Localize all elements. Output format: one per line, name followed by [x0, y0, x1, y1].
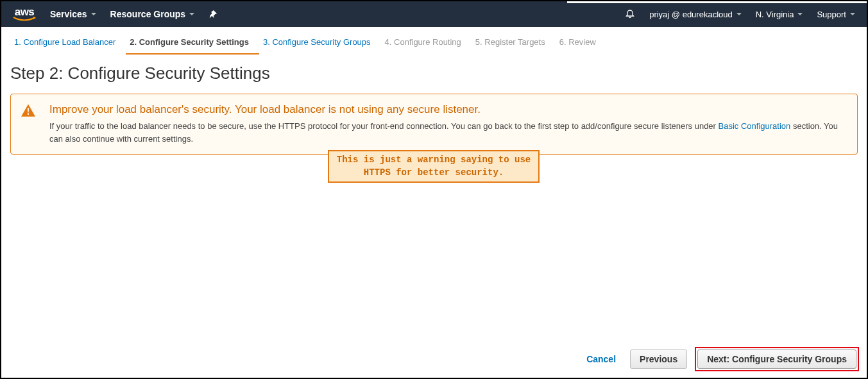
step-3[interactable]: 3. Configure Security Groups: [259, 33, 381, 55]
warning-triangle-icon: [21, 103, 35, 145]
cancel-button[interactable]: Cancel: [580, 350, 622, 368]
step-1[interactable]: 1. Configure Load Balancer: [10, 33, 126, 55]
step-2[interactable]: 2. Configure Security Settings: [126, 33, 259, 55]
caret-down-icon: [850, 13, 855, 15]
warning-text-before: If your traffic to the load balancer nee…: [49, 121, 719, 131]
account-label: priyaj @ edurekacloud: [649, 10, 733, 19]
caret-down-icon: [736, 13, 742, 15]
caret-down-icon: [189, 13, 194, 15]
warning-text: If your traffic to the load balancer nee…: [49, 120, 847, 145]
services-menu[interactable]: Services: [50, 9, 96, 19]
resource-groups-label: Resource Groups: [110, 9, 185, 19]
caret-down-icon: [797, 13, 803, 15]
next-button-highlight: Next: Configure Security Groups: [695, 347, 859, 371]
region-label: N. Virginia: [756, 10, 794, 19]
basic-configuration-link[interactable]: Basic Configuration: [719, 121, 791, 131]
step-5: 5. Register Targets: [472, 33, 556, 55]
wizard-steps: 1. Configure Load Balancer 2. Configure …: [1, 27, 867, 55]
account-menu[interactable]: priyaj @ edurekacloud: [649, 10, 742, 19]
caret-down-icon: [91, 13, 96, 15]
warning-title: Improve your load balancer's security. Y…: [49, 103, 847, 116]
step-4: 4. Configure Routing: [381, 33, 472, 55]
annotation-callout: This is just a warning saying to use HTT…: [328, 150, 540, 183]
previous-button[interactable]: Previous: [630, 350, 687, 369]
security-warning: Improve your load balancer's security. Y…: [10, 94, 858, 155]
step-6: 6. Review: [556, 33, 606, 55]
support-menu[interactable]: Support: [817, 10, 855, 19]
services-label: Services: [50, 9, 87, 19]
bell-icon[interactable]: [625, 9, 635, 19]
aws-logo[interactable]: aws: [13, 6, 36, 22]
region-menu[interactable]: N. Virginia: [756, 10, 803, 19]
page-title: Step 2: Configure Security Settings: [1, 55, 867, 91]
aws-smile-icon: [13, 17, 36, 22]
resource-groups-menu[interactable]: Resource Groups: [110, 9, 194, 19]
aws-logo-text: aws: [15, 6, 35, 17]
top-navigation: aws Services Resource Groups priyaj @ ed…: [1, 1, 867, 27]
pin-icon[interactable]: [208, 10, 217, 19]
wizard-footer: Cancel Previous Next: Configure Security…: [580, 347, 859, 371]
support-label: Support: [817, 10, 846, 19]
next-button[interactable]: Next: Configure Security Groups: [697, 350, 856, 369]
